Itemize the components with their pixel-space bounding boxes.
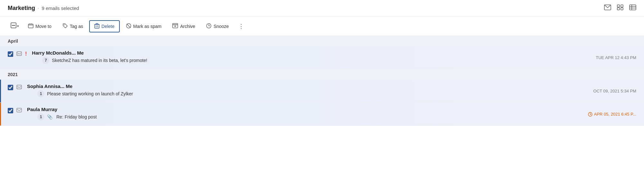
archive-icon: [172, 23, 178, 29]
sender-name-2: Sophia Annisa... Me: [27, 83, 72, 89]
tag-as-icon: [62, 23, 68, 30]
delete-label: Delete: [101, 24, 114, 29]
selected-count: 9 emails selected: [42, 5, 79, 11]
email-subject-1: SketcheZ has matured in its beta, let's …: [52, 58, 147, 63]
compose-icon[interactable]: [604, 4, 611, 12]
email-date-1: TUE APR 12 4:43 PM: [596, 55, 636, 60]
email-content-3: Paula Murray 1 📎 Re: Friday blog post: [26, 103, 567, 126]
attachment-icon-3: 📎: [47, 114, 52, 119]
snooze-label: Snooze: [213, 24, 229, 29]
email-sender-row-3: Paula Murray: [27, 107, 567, 112]
svg-rect-21: [173, 23, 178, 25]
email-subject-3: Re: Friday blog post: [56, 114, 97, 119]
table-row[interactable]: ! Harry McDonalds... Me 7 SketcheZ has m…: [0, 46, 644, 69]
header-dot: ·: [38, 5, 39, 11]
svg-rect-13: [95, 24, 99, 28]
email-sender-row-2: Sophia Annisa... Me: [27, 83, 567, 89]
table-row[interactable]: Sophia Annisa... Me 1 Please starting wo…: [0, 80, 644, 103]
svg-rect-25: [17, 52, 22, 56]
email-subject-2: Please starting working on launch of Zyl…: [47, 91, 133, 96]
mail-icon-3: [16, 108, 22, 114]
email-left-2: [0, 80, 26, 102]
thread-count-1: 7: [42, 57, 49, 64]
svg-rect-27: [17, 108, 22, 112]
svg-rect-26: [17, 85, 22, 89]
importance-icon-1: !: [25, 51, 27, 57]
svg-rect-4: [621, 8, 623, 10]
email-checkbox-1[interactable]: [8, 51, 13, 57]
page-title: Marketing: [8, 5, 35, 12]
move-to-button[interactable]: Move to: [23, 21, 56, 32]
mail-icon-1: [16, 51, 22, 57]
svg-rect-1: [617, 5, 620, 7]
email-content-2: Sophia Annisa... Me 1 Please starting wo…: [26, 80, 567, 102]
tag-as-button[interactable]: Tag as: [58, 21, 88, 32]
page-header: Marketing · 9 emails selected: [0, 0, 644, 17]
svg-line-19: [127, 24, 130, 28]
email-date-3: APR 05, 2021 6:45 P...: [594, 112, 636, 117]
sender-name-3: Paula Murray: [27, 107, 57, 112]
email-right-1: TUE APR 12 4:43 PM: [567, 46, 644, 69]
svg-rect-3: [617, 8, 620, 10]
svg-rect-5: [630, 5, 636, 10]
table-row[interactable]: Paula Murray 1 📎 Re: Friday blog post AP…: [0, 103, 644, 126]
tag-as-label: Tag as: [70, 24, 83, 29]
header-left: Marketing · 9 emails selected: [8, 5, 79, 12]
email-date-2: OCT 09, 2021 5:34 PM: [593, 89, 636, 93]
archive-button[interactable]: Archive: [167, 21, 200, 32]
blue-bar-2: [0, 80, 1, 102]
email-content-1: Harry McDonalds... Me 7 SketcheZ has mat…: [31, 46, 567, 69]
delete-button[interactable]: Delete: [89, 20, 119, 32]
mark-as-spam-label: Mark as spam: [133, 24, 162, 29]
move-to-label: Move to: [35, 24, 52, 29]
sender-name-1: Harry McDonalds... Me: [32, 50, 84, 56]
email-subject-row-1: 7 SketcheZ has matured in its beta, let'…: [32, 57, 567, 64]
email-sender-row-1: Harry McDonalds... Me: [32, 50, 567, 56]
overdue-clock-icon: [588, 112, 592, 117]
email-right-3: APR 05, 2021 6:45 P...: [567, 103, 644, 126]
select-all-button[interactable]: ▾: [8, 20, 22, 32]
move-to-icon: [28, 23, 33, 30]
overdue-bar-3: [0, 103, 1, 126]
table-view-icon[interactable]: [629, 4, 636, 12]
section-header-april: April: [0, 36, 644, 46]
email-right-2: OCT 09, 2021 5:34 PM: [567, 80, 644, 102]
section-header-2021: 2021: [0, 69, 644, 80]
snooze-button[interactable]: Snooze: [201, 21, 233, 32]
header-right: [604, 4, 636, 12]
email-checkbox-3[interactable]: [8, 108, 13, 113]
snooze-icon: [206, 23, 212, 30]
svg-point-12: [64, 24, 64, 25]
email-checkbox-2[interactable]: [8, 85, 13, 90]
grid-view-icon[interactable]: [617, 4, 623, 12]
delete-icon: [94, 23, 99, 30]
archive-label: Archive: [180, 24, 195, 29]
mail-icon-2: [16, 85, 22, 91]
email-left-1: !: [0, 46, 31, 69]
more-options-button[interactable]: ⋮: [235, 21, 247, 32]
email-list: April ! Harry McDonalds... Me 7 SketcheZ: [0, 36, 644, 126]
select-all-icon: [11, 22, 16, 30]
toolbar: ▾ Move to Tag as: [0, 17, 644, 36]
svg-rect-2: [621, 5, 623, 7]
mark-as-spam-icon: [126, 23, 131, 30]
svg-rect-15: [96, 23, 98, 24]
thread-count-3: 1: [37, 113, 44, 120]
svg-rect-11: [28, 24, 33, 28]
email-left-3: [0, 103, 26, 126]
chevron-down-icon: ▾: [17, 24, 19, 28]
more-icon: ⋮: [238, 23, 244, 30]
mark-as-spam-button[interactable]: Mark as spam: [121, 21, 166, 32]
thread-count-2: 1: [37, 90, 44, 97]
email-subject-row-2: 1 Please starting working on launch of Z…: [27, 90, 567, 97]
email-subject-row-3: 1 📎 Re: Friday blog post: [27, 113, 567, 120]
